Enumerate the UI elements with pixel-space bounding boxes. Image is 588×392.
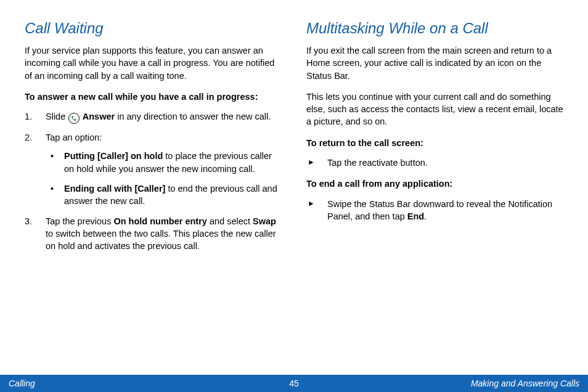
option-end: Ending call with [Caller] to end the pre… [46,182,282,208]
end-item-a: Swipe the Status Bar downward to reveal … [327,199,552,221]
step-3: Tap the previous On hold number entry an… [25,215,282,253]
step-1-text-c: in any direction to answer the new call. [115,112,271,121]
step-3-a: Tap the previous [46,216,113,226]
return-lead: To return to the call screen: [306,137,563,149]
paragraph-1: If you exit the call screen from the mai… [306,44,563,82]
step-3-d: Swap [253,216,276,226]
heading-call-waiting: Call Waiting [25,20,282,37]
step-2-text: Tap an option: [46,133,102,142]
intro-paragraph: If your service plan supports this featu… [25,44,282,82]
end-item-b: End [407,211,424,221]
end-list: Swipe the Status Bar downward to reveal … [306,198,563,223]
right-column: Multitasking While on a Call If you exit… [306,20,563,364]
step-1: Slide Answer in any direction to answer … [25,110,282,124]
instruction-lead: To answer a new call while you have a ca… [25,91,282,103]
end-lead: To end a call from any application: [306,178,563,190]
step-1-text-a: Slide [46,112,68,121]
heading-multitasking: Multitasking While on a Call [306,20,563,37]
option-end-bold: Ending call with [Caller] [64,184,165,194]
options-list: Putting [Caller] on hold to place the pr… [46,150,282,207]
page-content: Call Waiting If your service plan suppor… [0,0,588,364]
return-item: Tap the reactivate button. [306,157,563,169]
option-hold: Putting [Caller] on hold to place the pr… [46,150,282,175]
step-3-b: On hold number entry [113,216,206,226]
left-column: Call Waiting If your service plan suppor… [25,20,282,364]
option-hold-bold: Putting [Caller] on hold [64,151,163,161]
footer-bar: Calling 45 Making and Answering Calls [0,375,588,392]
paragraph-2: This lets you continue with your current… [306,91,563,128]
step-3-e: to switch between the two calls. This pl… [46,229,276,251]
footer-left: Calling [9,378,35,388]
end-item-c: . [424,211,427,221]
step-1-bold: Answer [80,112,115,121]
footer-right: Making and Answering Calls [471,378,579,388]
numbered-steps: Slide Answer in any direction to answer … [25,110,282,252]
step-2: Tap an option: Putting [Caller] on hold … [25,131,282,207]
phone-icon [68,113,80,124]
return-list: Tap the reactivate button. [306,157,563,169]
step-3-c: and select [207,216,253,226]
footer-page-number: 45 [289,378,299,388]
end-item: Swipe the Status Bar downward to reveal … [306,198,563,223]
